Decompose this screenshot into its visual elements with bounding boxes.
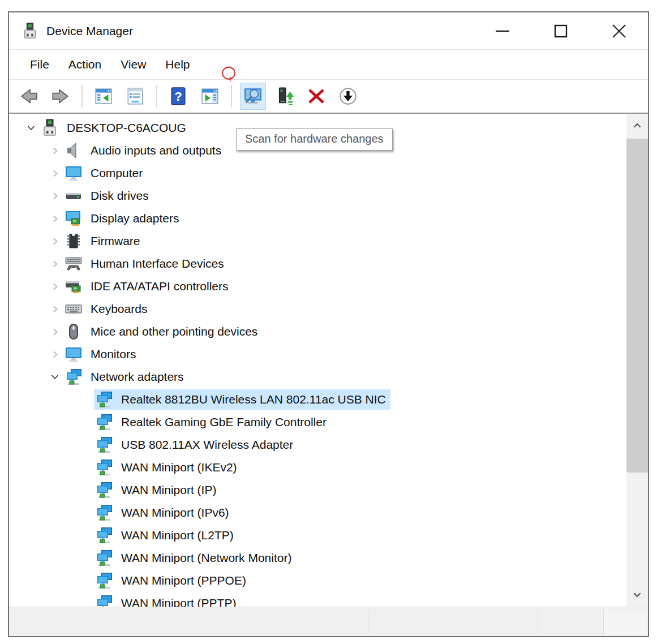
chevron-collapsed-icon[interactable] xyxy=(46,298,63,320)
tree-item[interactable]: Disk drives xyxy=(9,184,626,207)
chevron-collapsed-icon[interactable] xyxy=(46,230,63,252)
chevron-collapsed-icon[interactable] xyxy=(46,139,63,162)
chevron-expanded-icon[interactable] xyxy=(46,366,63,388)
tree-item-content[interactable]: Human Interface Devices xyxy=(63,254,229,274)
tree-item-content[interactable]: Disk drives xyxy=(63,186,153,206)
tree-item-content[interactable]: Firmware xyxy=(63,231,145,251)
disk-icon xyxy=(63,187,84,205)
tree-item-label: WAN Miniport (PPPOE) xyxy=(121,574,246,587)
tree-item-content[interactable]: Audio inputs and outputs xyxy=(63,140,226,161)
menu-item-file[interactable]: File xyxy=(20,54,59,75)
tree-item-label: Realtek Gaming GbE Family Controller xyxy=(121,415,327,429)
tree-item-content[interactable]: Display adapters xyxy=(63,208,183,229)
device-manager-window: Device Manager FileActionViewHelp ?Scan … xyxy=(8,11,649,637)
tree-item-content[interactable]: WAN Miniport (PPPOE) xyxy=(94,570,251,591)
tree-item[interactable]: Keyboards xyxy=(9,298,626,320)
network-adapter-icon xyxy=(94,526,114,544)
tree-item[interactable]: Display adapters xyxy=(9,207,626,230)
maximize-button[interactable] xyxy=(531,12,590,49)
monitor-icon xyxy=(63,164,84,182)
tree-item[interactable]: Computer xyxy=(9,162,626,184)
tree-item[interactable]: Realtek Gaming GbE Family Controller xyxy=(9,411,626,433)
disable-device-button[interactable] xyxy=(335,83,361,110)
chevron-collapsed-icon[interactable] xyxy=(46,343,63,366)
help-button[interactable]: ? xyxy=(165,83,191,110)
tree-item-label: WAN Miniport (Network Monitor) xyxy=(121,551,291,565)
chevron-collapsed-icon[interactable] xyxy=(46,320,63,343)
tree-item-content[interactable]: IDE ATA/ATAPI controllers xyxy=(63,276,233,297)
tree-item-content[interactable]: Keyboards xyxy=(63,299,152,319)
tree-item-content[interactable]: Computer xyxy=(63,163,147,183)
scan-for-hardware-changes-button[interactable]: Scan for hardware changes xyxy=(240,83,266,110)
tree-item[interactable]: Human Interface Devices xyxy=(9,252,626,275)
chevron-collapsed-icon[interactable] xyxy=(46,252,63,275)
properties-button[interactable] xyxy=(122,83,148,110)
tree-item-label: WAN Miniport (L2TP) xyxy=(121,529,234,542)
close-button[interactable] xyxy=(590,12,648,49)
tree-item-content[interactable]: Monitors xyxy=(63,344,141,364)
update-driver-button[interactable] xyxy=(272,83,298,110)
tree-item-label: DESKTOP-C6ACOUG xyxy=(67,121,186,135)
scroll-up-button[interactable] xyxy=(626,114,648,138)
tree-item[interactable]: Network adapters xyxy=(9,366,626,388)
menu-item-help[interactable]: Help xyxy=(156,54,199,75)
tree-item[interactable]: WAN Miniport (PPPOE) xyxy=(9,569,626,592)
menu-item-action[interactable]: Action xyxy=(59,54,111,75)
show-hide-action-pane-button[interactable] xyxy=(197,83,223,110)
tree-item[interactable]: Mice and other pointing devices xyxy=(9,320,626,343)
tree-item-label: Network adapters xyxy=(91,370,184,384)
menu-item-view[interactable]: View xyxy=(111,54,156,75)
chevron-collapsed-icon[interactable] xyxy=(46,207,63,230)
tree-item[interactable]: WAN Miniport (IPv6) xyxy=(9,501,626,524)
chevron-collapsed-icon[interactable] xyxy=(46,162,63,184)
tree-item-content[interactable]: WAN Miniport (L2TP) xyxy=(94,525,238,546)
tree-item-label: USB 802.11AX Wireless Adapter xyxy=(121,438,293,452)
chevron-collapsed-icon[interactable] xyxy=(46,275,63,298)
minimize-button[interactable] xyxy=(473,12,531,49)
network-adapter-icon xyxy=(94,504,114,522)
tree-item-content[interactable]: Network adapters xyxy=(63,367,188,387)
toolbar-separator xyxy=(81,85,83,108)
uninstall-device-button[interactable] xyxy=(303,83,329,110)
resize-grip[interactable] xyxy=(603,609,647,635)
show-hide-console-tree-button[interactable] xyxy=(91,83,117,110)
forward-button[interactable] xyxy=(48,83,74,110)
properties-icon xyxy=(126,87,145,106)
tree-item-content[interactable]: WAN Miniport (IPv6) xyxy=(94,503,234,523)
tree-item[interactable]: Monitors xyxy=(9,343,626,366)
tree-item-content[interactable]: WAN Miniport (Network Monitor) xyxy=(94,548,296,568)
tree-item-content[interactable]: WAN Miniport (IP) xyxy=(94,480,221,500)
tree-item-content[interactable]: WAN Miniport (IKEv2) xyxy=(94,457,242,478)
window-controls xyxy=(473,12,648,49)
chevron-down-icon xyxy=(632,590,642,600)
chevron-placeholder xyxy=(77,524,94,547)
tree-item-content[interactable]: Realtek Gaming GbE Family Controller xyxy=(94,412,331,432)
network-adapter-icon xyxy=(94,594,114,607)
tree-item[interactable]: WAN Miniport (PPTP) xyxy=(9,592,626,607)
tree-item[interactable]: Realtek 8812BU Wireless LAN 802.11ac USB… xyxy=(9,388,626,411)
tree-item[interactable]: Firmware xyxy=(9,230,626,252)
back-button[interactable] xyxy=(16,83,42,110)
tree-item[interactable]: WAN Miniport (Network Monitor) xyxy=(9,547,626,569)
scroll-down-button[interactable] xyxy=(626,583,648,607)
tree-item[interactable]: WAN Miniport (L2TP) xyxy=(9,524,626,547)
tree-item-label: Monitors xyxy=(91,347,136,361)
tree-item[interactable]: WAN Miniport (IKEv2) xyxy=(9,456,626,479)
tree-item-content[interactable]: WAN Miniport (PPTP) xyxy=(94,593,241,607)
chevron-collapsed-icon[interactable] xyxy=(46,184,63,207)
monitor-icon xyxy=(63,345,84,363)
tree-item[interactable]: IDE ATA/ATAPI controllers xyxy=(9,275,626,298)
tree-item[interactable]: WAN Miniport (IP) xyxy=(9,479,626,501)
network-adapter-icon xyxy=(63,368,84,386)
tree-item-content[interactable]: DESKTOP-C6ACOUG xyxy=(40,118,191,138)
chevron-placeholder xyxy=(77,547,94,569)
scrollbar-thumb[interactable] xyxy=(626,139,648,473)
tree-item-content[interactable]: Mice and other pointing devices xyxy=(63,321,262,342)
tree-item-content[interactable]: Realtek 8812BU Wireless LAN 802.11ac USB… xyxy=(94,389,390,410)
tree-item-content[interactable]: USB 802.11AX Wireless Adapter xyxy=(94,435,298,455)
tree-item[interactable]: USB 802.11AX Wireless Adapter xyxy=(9,433,626,456)
computer-icon xyxy=(40,119,60,137)
vertical-scrollbar[interactable] xyxy=(626,114,648,607)
chevron-expanded-icon[interactable] xyxy=(23,117,40,139)
network-adapter-icon xyxy=(94,549,114,567)
